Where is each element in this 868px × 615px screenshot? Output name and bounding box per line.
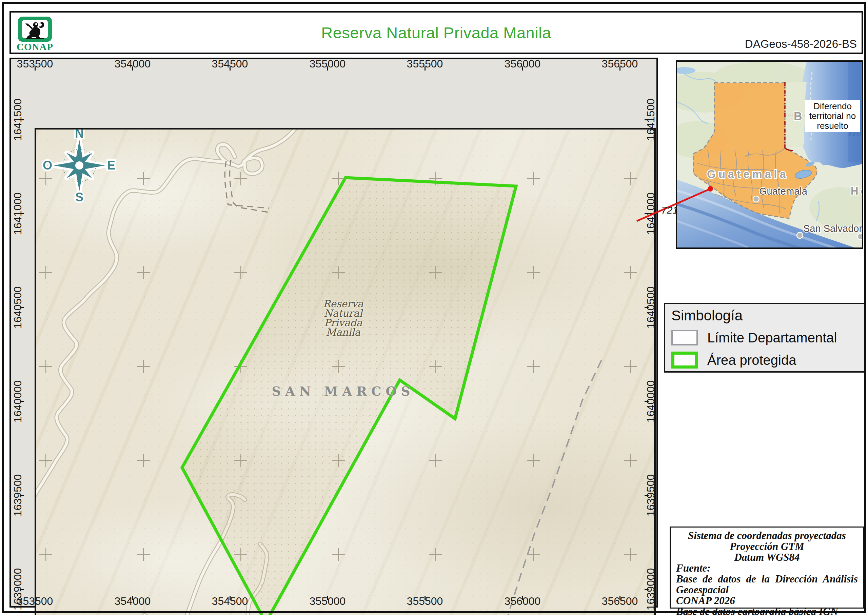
grid-tick (132, 66, 133, 70)
map-layers (36, 130, 654, 615)
inset-locator-map: B Guatemala Guatemala San Salvador Ho Gu… (676, 60, 863, 249)
disputed-territory-callout: Diferendo territorial no resuelto (805, 100, 860, 132)
info-line: Sistema de coordenadas proyectadas (676, 530, 858, 541)
grid-tick (20, 307, 24, 308)
grid-tick (645, 213, 649, 214)
map-frame: N E S O Reserva Natural Privada Manila S… (9, 58, 658, 607)
departmental-limit-swatch (671, 330, 698, 345)
department-label: SAN MARCOS (272, 384, 415, 399)
legend-item-label: Límite Departamental (707, 330, 837, 345)
callout-line: territorial no (809, 111, 856, 121)
grid-tick (327, 66, 328, 70)
grid-tick (20, 401, 24, 402)
san-salvador-label: San Salvador (803, 223, 862, 234)
compass-east-label: E (107, 158, 115, 172)
grid-tick (645, 401, 649, 402)
protected-area-swatch (671, 351, 698, 368)
belize-label: B (794, 109, 802, 122)
compass-rose-icon: N E S O (41, 128, 117, 203)
grid-tick (20, 589, 24, 590)
reserve-name-line: Natural (323, 309, 364, 318)
grid-tick (34, 66, 36, 70)
grid-tick (620, 66, 620, 70)
grid-tick (645, 589, 649, 590)
info-line: Datum WGS84 (676, 552, 858, 563)
grid-tick (34, 596, 36, 600)
reserve-name-line: Privada (323, 318, 364, 328)
country-label: Guatemala (707, 168, 788, 180)
reserve-name-label: Reserva Natural Privada Manila (323, 299, 364, 337)
info-line: Base de datos cartografía básica IGN 201… (676, 606, 858, 615)
grid-tick (645, 119, 649, 120)
info-line: CONAP 2026 (676, 595, 858, 606)
page-title: Reserva Natural Privada Manila (11, 12, 862, 53)
city-dot (857, 234, 862, 240)
grid-tick (522, 596, 523, 600)
grid-tick (20, 213, 24, 214)
callout-line: resuelto (817, 121, 848, 131)
honduras-label: Ho (851, 185, 862, 197)
legend-title: Simbología (671, 308, 859, 324)
grid-tick (229, 66, 231, 70)
legend-item-protected-area: Área protegida (671, 351, 859, 368)
grid-tick (425, 596, 426, 600)
san-salvador-dot (797, 232, 803, 238)
legend-item-label: Área protegida (707, 353, 796, 368)
reserve-name-line: Manila (323, 328, 364, 337)
reserve-name-line: Reserva (323, 299, 364, 309)
map-canvas: N E S O Reserva Natural Privada Manila S… (34, 128, 656, 615)
grid-tick (620, 596, 620, 600)
legend: Simbología Límite Departamental Área pro… (664, 303, 866, 373)
callout-line: Diferendo (813, 101, 852, 111)
compass-north-label: N (75, 128, 84, 140)
compass-west-label: O (43, 158, 52, 172)
grid-tick (20, 495, 24, 496)
grid-tick (645, 307, 649, 308)
capital-city-label: Guatemala (759, 186, 808, 197)
grid-tick (522, 66, 523, 70)
document-code: DAGeos-458-2026-BS (745, 37, 857, 50)
map-document: CONAP Reserva Natural Privada Manila DAG… (0, 0, 868, 615)
info-line: Proyección GTM (676, 541, 858, 552)
grid-tick (20, 119, 24, 120)
grid-tick (229, 596, 231, 600)
grid-tick (327, 596, 328, 600)
compass-south-label: S (75, 190, 83, 203)
inset-map-graphic: B Guatemala Guatemala San Salvador Ho Gu… (677, 62, 862, 248)
grid-tick (132, 596, 133, 600)
departmental-boundary-line (495, 360, 601, 615)
grid-tick (425, 66, 426, 70)
info-line: Base de datos de la Dirección Análisis G… (676, 574, 858, 595)
info-line: Fuente: (676, 563, 858, 574)
legend-item-departmental: Límite Departamental (671, 330, 859, 345)
coordinate-system-info: Sistema de coordenadas proyectadas Proye… (670, 526, 864, 609)
capital-city-dot (753, 196, 759, 202)
header: CONAP Reserva Natural Privada Manila DAG… (9, 11, 863, 54)
reserve-id-label: 721 (661, 204, 678, 216)
grid-tick (645, 495, 649, 496)
